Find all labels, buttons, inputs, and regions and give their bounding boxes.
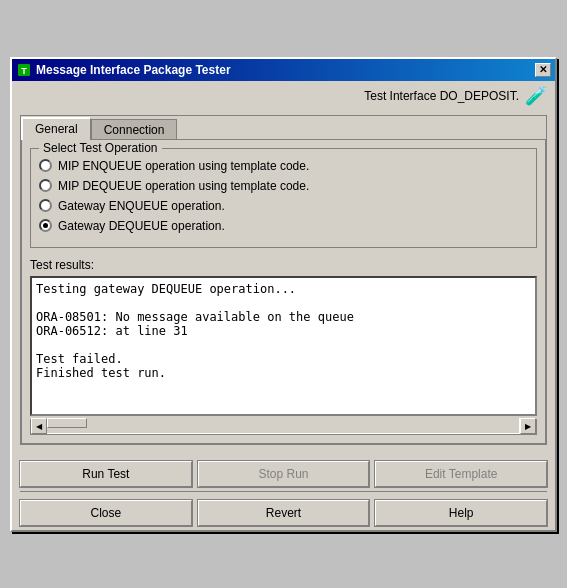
- run-test-button[interactable]: Run Test: [20, 461, 192, 487]
- tab-container: General Connection Select Test Operation…: [20, 115, 547, 445]
- scrollbar-track[interactable]: [47, 418, 520, 434]
- tab-content-general: Select Test Operation MIP ENQUEUE operat…: [21, 139, 546, 444]
- radio-label-1: MIP DEQUEUE operation using template cod…: [58, 179, 309, 193]
- edit-template-button[interactable]: Edit Template: [375, 461, 547, 487]
- tab-connection[interactable]: Connection: [91, 119, 178, 140]
- scroll-left-button[interactable]: ◀: [31, 418, 47, 434]
- main-window: T Message Interface Package Tester ✕ Tes…: [10, 57, 557, 532]
- results-label: Test results:: [30, 258, 537, 272]
- scroll-right-button[interactable]: ▶: [520, 418, 536, 434]
- results-textarea[interactable]: [30, 276, 537, 416]
- close-button[interactable]: ✕: [535, 63, 551, 77]
- scrollbar-thumb[interactable]: [47, 418, 87, 428]
- content-area: General Connection Select Test Operation…: [12, 111, 555, 453]
- radio-mip-dequeue[interactable]: [39, 179, 52, 192]
- button-row-1: Run Test Stop Run Edit Template: [12, 453, 555, 491]
- button-row-2: Close Revert Help: [12, 492, 555, 530]
- title-bar-left: T Message Interface Package Tester: [16, 62, 231, 78]
- radio-label-3: Gateway DEQUEUE operation.: [58, 219, 225, 233]
- svg-text:T: T: [21, 66, 27, 76]
- radio-option-3[interactable]: Gateway DEQUEUE operation.: [39, 219, 528, 233]
- revert-button[interactable]: Revert: [198, 500, 370, 526]
- title-bar: T Message Interface Package Tester ✕: [12, 59, 555, 81]
- interface-label: Test Interface DO_DEPOSIT.: [364, 89, 519, 103]
- radio-gateway-dequeue[interactable]: [39, 219, 52, 232]
- window-title: Message Interface Package Tester: [36, 63, 231, 77]
- stop-run-button[interactable]: Stop Run: [198, 461, 370, 487]
- radio-mip-enqueue[interactable]: [39, 159, 52, 172]
- help-button[interactable]: Help: [375, 500, 547, 526]
- radio-gateway-enqueue[interactable]: [39, 199, 52, 212]
- radio-option-2[interactable]: Gateway ENQUEUE operation.: [39, 199, 528, 213]
- radio-label-0: MIP ENQUEUE operation using template cod…: [58, 159, 309, 173]
- header-bar: Test Interface DO_DEPOSIT. 🧪: [12, 81, 555, 111]
- group-label: Select Test Operation: [39, 141, 162, 155]
- close-dialog-button[interactable]: Close: [20, 500, 192, 526]
- radio-option-0[interactable]: MIP ENQUEUE operation using template cod…: [39, 159, 528, 173]
- tabs: General Connection: [21, 117, 546, 140]
- radio-option-1[interactable]: MIP DEQUEUE operation using template cod…: [39, 179, 528, 193]
- tab-general[interactable]: General: [21, 117, 91, 140]
- radio-label-2: Gateway ENQUEUE operation.: [58, 199, 225, 213]
- flask-icon: 🧪: [525, 85, 547, 107]
- horizontal-scrollbar[interactable]: ◀ ▶: [30, 419, 537, 435]
- select-test-operation-group: Select Test Operation MIP ENQUEUE operat…: [30, 148, 537, 248]
- results-section: Test results: ◀ ▶: [30, 258, 537, 435]
- app-icon: T: [16, 62, 32, 78]
